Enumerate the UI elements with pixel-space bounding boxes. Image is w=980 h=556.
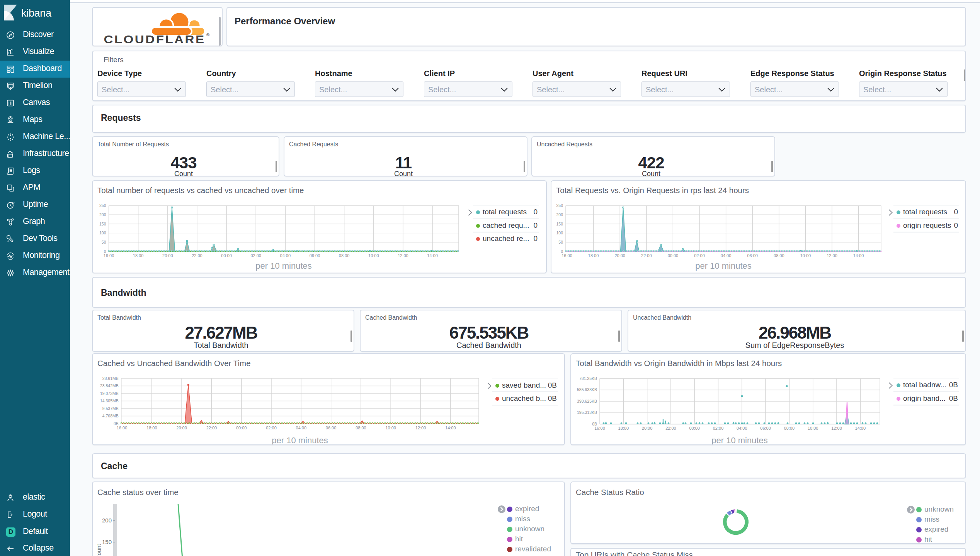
svg-text:08:00: 08:00 [774, 253, 784, 258]
svg-text:02:00: 02:00 [250, 253, 261, 258]
svg-text:14.305MB: 14.305MB [100, 398, 119, 403]
svg-text:200: 200 [556, 212, 563, 217]
svg-text:22:00: 22:00 [192, 253, 202, 258]
svg-text:00:00: 00:00 [689, 426, 700, 431]
svg-text:200: 200 [102, 517, 112, 524]
svg-text:10:00: 10:00 [368, 253, 379, 258]
svg-text:12:00: 12:00 [831, 426, 842, 431]
svg-text:23.842MB: 23.842MB [100, 383, 119, 388]
svg-text:14:00: 14:00 [427, 253, 438, 258]
svg-text:per 10 minutes: per 10 minutes [255, 261, 312, 271]
svg-text:4.768MB: 4.768MB [102, 414, 119, 418]
svg-text:02:00: 02:00 [266, 425, 277, 430]
svg-text:19.073MB: 19.073MB [100, 391, 119, 396]
svg-text:10:00: 10:00 [385, 425, 396, 430]
svg-text:195.313KB: 195.313KB [577, 410, 597, 415]
svg-text:06:00: 06:00 [310, 253, 320, 258]
svg-text:16:00: 16:00 [117, 425, 128, 430]
svg-text:per 10 minutes: per 10 minutes [711, 436, 768, 445]
svg-text:0B: 0B [592, 422, 597, 426]
svg-text:100: 100 [556, 231, 563, 235]
svg-text:20:00: 20:00 [614, 253, 625, 258]
svg-text:585.938KB: 585.938KB [577, 387, 597, 392]
svg-text:0B: 0B [114, 421, 119, 426]
svg-text:08:00: 08:00 [784, 426, 795, 431]
svg-text:00:00: 00:00 [668, 253, 679, 258]
svg-text:9.537MB: 9.537MB [102, 406, 119, 411]
svg-text:10:00: 10:00 [800, 253, 811, 258]
svg-text:Count: Count [95, 544, 102, 556]
svg-text:18:00: 18:00 [133, 253, 144, 258]
svg-text:150: 150 [99, 222, 106, 226]
svg-text:per 10 minutes: per 10 minutes [695, 261, 752, 271]
svg-text:250: 250 [556, 203, 563, 208]
svg-text:22:00: 22:00 [641, 253, 652, 258]
svg-text:04:00: 04:00 [296, 425, 307, 430]
svg-text:150: 150 [556, 222, 563, 226]
svg-text:04:00: 04:00 [721, 253, 732, 258]
svg-text:22:00: 22:00 [665, 426, 676, 431]
svg-text:781.25KB: 781.25KB [579, 376, 597, 381]
svg-text:16:00: 16:00 [594, 426, 605, 431]
svg-text:200: 200 [99, 212, 106, 217]
svg-text:250: 250 [99, 203, 106, 208]
svg-text:12:00: 12:00 [415, 425, 426, 430]
svg-text:00:00: 00:00 [221, 253, 232, 258]
svg-text:04:00: 04:00 [280, 253, 291, 258]
svg-text:02:00: 02:00 [713, 426, 724, 431]
svg-text:04:00: 04:00 [737, 426, 747, 431]
svg-text:50: 50 [558, 240, 563, 244]
svg-text:28.61MB: 28.61MB [102, 376, 119, 381]
svg-text:18:00: 18:00 [618, 426, 629, 431]
svg-text:10:00: 10:00 [808, 426, 818, 431]
svg-text:18:00: 18:00 [146, 425, 157, 430]
svg-text:08:00: 08:00 [339, 253, 350, 258]
svg-text:02:00: 02:00 [694, 253, 705, 258]
svg-text:390.625KB: 390.625KB [577, 399, 597, 403]
svg-text:®: ® [206, 32, 209, 37]
svg-text:CLOUDFLARE: CLOUDFLARE [104, 33, 206, 46]
svg-text:16:00: 16:00 [561, 253, 572, 258]
svg-text:50: 50 [102, 240, 106, 244]
svg-text:08:00: 08:00 [356, 425, 366, 430]
svg-text:00:00: 00:00 [236, 425, 247, 430]
svg-text:06:00: 06:00 [747, 253, 758, 258]
svg-text:100: 100 [99, 231, 106, 235]
svg-text:14:00: 14:00 [445, 425, 456, 430]
svg-text:14:00: 14:00 [853, 253, 864, 258]
svg-text:0: 0 [104, 249, 106, 254]
svg-text:22:00: 22:00 [206, 425, 217, 430]
svg-text:12:00: 12:00 [398, 253, 408, 258]
svg-text:18:00: 18:00 [588, 253, 599, 258]
svg-text:150: 150 [102, 539, 112, 545]
svg-text:06:00: 06:00 [760, 426, 771, 431]
svg-text:12:00: 12:00 [827, 253, 837, 258]
svg-text:20:00: 20:00 [176, 425, 187, 430]
svg-text:20:00: 20:00 [642, 426, 653, 431]
svg-text:06:00: 06:00 [326, 425, 337, 430]
svg-text:per 10 minutes: per 10 minutes [272, 436, 328, 445]
svg-text:0: 0 [561, 249, 563, 254]
svg-text:20:00: 20:00 [162, 253, 173, 258]
svg-text:16:00: 16:00 [104, 253, 114, 258]
svg-text:14:00: 14:00 [855, 426, 866, 431]
